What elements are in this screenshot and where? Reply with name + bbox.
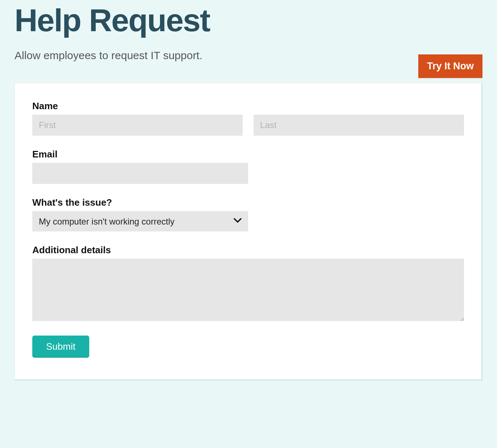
email-label: Email	[32, 149, 464, 160]
details-textarea[interactable]	[32, 259, 464, 321]
name-label: Name	[32, 100, 464, 112]
email-field: Email	[32, 149, 464, 184]
form-card: Name Email What's the issue? My computer…	[15, 83, 482, 381]
submit-button[interactable]: Submit	[32, 336, 89, 358]
try-it-now-button[interactable]: Try It Now	[418, 54, 482, 78]
email-input[interactable]	[32, 163, 248, 184]
first-name-input[interactable]	[32, 115, 243, 136]
issue-label: What's the issue?	[32, 197, 464, 208]
last-name-input[interactable]	[254, 115, 464, 136]
issue-select[interactable]: My computer isn't working correctly	[32, 211, 248, 231]
issue-field: What's the issue? My computer isn't work…	[32, 197, 464, 231]
name-field: Name	[32, 100, 464, 136]
details-label: Additional details	[32, 244, 464, 256]
details-field: Additional details	[32, 244, 464, 322]
page-subtitle: Allow employees to request IT support.	[15, 49, 482, 62]
page-title: Help Request	[15, 4, 482, 37]
